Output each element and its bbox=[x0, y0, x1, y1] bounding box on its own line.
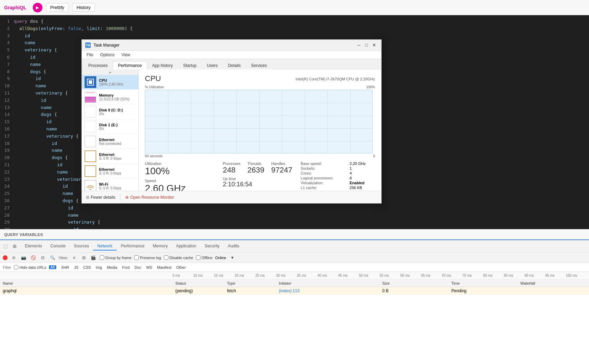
line-number: 14 bbox=[4, 111, 10, 118]
graph-grid-v bbox=[305, 90, 305, 153]
eth1-sidebar-icon bbox=[85, 150, 96, 162]
graph-grid-h bbox=[145, 141, 372, 141]
record-button[interactable] bbox=[3, 255, 8, 260]
sidebar-item-eth1[interactable]: Ethernet S: 0 R: 0 Kbps bbox=[82, 149, 138, 164]
group-by-frame-checkbox[interactable] bbox=[100, 255, 104, 260]
sidebar-scroll-up[interactable]: ▲ bbox=[82, 69, 138, 75]
tm-tab-users[interactable]: Users bbox=[202, 61, 223, 69]
filter-tag-doc[interactable]: Doc bbox=[132, 265, 144, 269]
camera-icon[interactable]: 📷 bbox=[20, 254, 27, 261]
filter-icon[interactable]: ⊟ bbox=[39, 254, 46, 261]
devtools-panel: ⬚ ⊞ ElementsConsoleSourcesNetworkPerform… bbox=[0, 239, 589, 364]
all-filter-badge[interactable]: All bbox=[49, 265, 56, 269]
tm-tab-startup[interactable]: Startup bbox=[178, 61, 202, 69]
maximize-button[interactable]: □ bbox=[363, 41, 370, 49]
view-grid-icon[interactable]: ⊞ bbox=[80, 254, 87, 261]
cpu-title: CPU bbox=[145, 74, 161, 83]
cell-initiator: (index):113 bbox=[276, 288, 380, 293]
col-header-initiator: Initiator bbox=[276, 281, 380, 285]
devtools-tab-application[interactable]: Application bbox=[172, 242, 200, 250]
run-button[interactable]: ▶ bbox=[33, 3, 42, 12]
ruler-tick: 55 ms bbox=[380, 274, 400, 277]
ruler-tick: 5 ms bbox=[173, 274, 193, 277]
line-number: 10 bbox=[4, 82, 10, 90]
filter-tag-js[interactable]: JS bbox=[72, 265, 80, 269]
open-resource-monitor-button[interactable]: ⊕ Open Resource Monitor bbox=[125, 195, 174, 200]
svg-point-0 bbox=[90, 189, 91, 190]
preserve-log-label[interactable]: Preserve log bbox=[134, 255, 161, 260]
devtools-tab-audits[interactable]: Audits bbox=[224, 242, 243, 250]
search-icon[interactable]: 🔍 bbox=[49, 254, 56, 261]
menu-file[interactable]: File bbox=[83, 52, 97, 58]
devtools-tab-security[interactable]: Security bbox=[200, 242, 224, 250]
sidebar-item-eth2[interactable]: Ethernet S: 0 R: 0 Kbps bbox=[82, 164, 138, 179]
disable-cache-checkbox[interactable] bbox=[164, 255, 168, 260]
tm-body: ▲ CPU 100% 2,60 GHz Memory 12,5/23,9 GB … bbox=[82, 69, 381, 191]
view-list-icon[interactable]: ≡ bbox=[71, 254, 78, 261]
devtools-tab-performance[interactable]: Performance bbox=[117, 242, 149, 250]
speed-stat: Speed 2,60 GHz bbox=[145, 179, 219, 191]
stop-recording-icon[interactable]: ⊘ bbox=[10, 254, 17, 261]
fewer-details-button[interactable]: ⊙ Fewer details bbox=[86, 195, 115, 200]
devtools-tab-elements[interactable]: Elements bbox=[21, 242, 46, 250]
prettify-button[interactable]: Prettify bbox=[46, 3, 69, 12]
devtools-responsive-icon[interactable]: ⊞ bbox=[10, 242, 19, 250]
sidebar-item-sublabel: Not connected bbox=[99, 142, 121, 146]
devtools-inspect-icon[interactable]: ⬚ bbox=[1, 242, 10, 250]
close-button[interactable]: ✕ bbox=[370, 41, 378, 49]
clear-icon[interactable]: 🚫 bbox=[30, 254, 37, 261]
filter-tag-manifest[interactable]: Manifest bbox=[155, 265, 174, 269]
graph-grid-v bbox=[327, 90, 328, 153]
offline-checkbox[interactable] bbox=[196, 255, 200, 260]
sidebar-item-disk1[interactable]: Disk 1 (E:) 0% bbox=[82, 119, 138, 134]
tm-titlebar: TM Task Manager ─ □ ✕ bbox=[82, 40, 381, 51]
sidebar-item-wifi[interactable]: Wi-Fi S: 0 R: 0 Kbps bbox=[82, 179, 138, 191]
ruler-tick: 20 ms bbox=[235, 274, 255, 277]
filter-tag-media[interactable]: Media bbox=[105, 265, 119, 269]
menu-options[interactable]: Options bbox=[97, 52, 118, 58]
stat-group-3: Base speed: 2,20 GHz Sockets: 1 Cores: 4… bbox=[301, 161, 375, 191]
col-header-status: Status bbox=[173, 281, 224, 285]
tm-tab-details[interactable]: Details bbox=[223, 61, 246, 69]
hide-data-urls-checkbox[interactable] bbox=[14, 265, 18, 269]
offline-label[interactable]: Offline bbox=[196, 255, 213, 260]
tm-tab-services[interactable]: Services bbox=[246, 61, 272, 69]
sidebar-item-disk0[interactable]: Disk 0 (C: D:) 0% bbox=[82, 105, 138, 119]
sidebar-item-labels: Ethernet Not connected bbox=[99, 138, 121, 146]
devtools-tab-network[interactable]: Network bbox=[93, 242, 117, 250]
table-row[interactable]: graphql (pending) fetch (index):113 0 B … bbox=[0, 287, 589, 295]
sidebar-item-label: Ethernet bbox=[99, 167, 121, 171]
disable-cache-label[interactable]: Disable cache bbox=[164, 255, 193, 260]
filter-tag-other[interactable]: Other bbox=[174, 265, 188, 269]
tm-tab-performance[interactable]: Performance bbox=[113, 61, 147, 69]
filter-tag-font[interactable]: Font bbox=[120, 265, 132, 269]
group-by-frame-label[interactable]: Group by frame bbox=[100, 255, 131, 260]
hide-data-urls-label[interactable]: Hide data URLs bbox=[14, 265, 46, 269]
online-dropdown-icon[interactable]: ▼ bbox=[229, 254, 236, 261]
footer-separator bbox=[120, 194, 120, 201]
filter-tag-img[interactable]: Img bbox=[94, 265, 104, 269]
sidebar-item-eth0[interactable]: Ethernet Not connected bbox=[82, 134, 138, 149]
filter-tag-xhr[interactable]: XHR bbox=[59, 265, 71, 269]
minimize-button[interactable]: ─ bbox=[355, 41, 363, 49]
view-screenshots-icon[interactable]: 🎬 bbox=[90, 254, 97, 261]
history-button[interactable]: History bbox=[72, 3, 95, 12]
graph-grid-v bbox=[214, 90, 214, 153]
filter-tag-ws[interactable]: WS bbox=[144, 265, 154, 269]
tm-tab-processes[interactable]: Processes bbox=[83, 61, 113, 69]
code-line: query dos { bbox=[14, 18, 586, 25]
timeline-ruler: 5 ms10 ms15 ms20 ms25 ms30 ms35 ms40 ms4… bbox=[0, 272, 589, 279]
sidebar-item-memory[interactable]: Memory 12,5/23,9 GB (52%) bbox=[82, 90, 138, 105]
preserve-log-checkbox[interactable] bbox=[134, 255, 139, 260]
devtools-tab-memory[interactable]: Memory bbox=[149, 242, 172, 250]
sidebar-item-cpu[interactable]: CPU 100% 2,60 GHz bbox=[82, 75, 138, 90]
tm-title-icon: TM bbox=[85, 42, 91, 48]
filter-tag-css[interactable]: CSS bbox=[81, 265, 93, 269]
menu-view[interactable]: View bbox=[118, 52, 134, 58]
eth2-sidebar-icon bbox=[85, 165, 96, 177]
ruler-tick: 70 ms bbox=[442, 274, 462, 277]
devtools-tab-console[interactable]: Console bbox=[46, 242, 70, 250]
devtools-tab-sources[interactable]: Sources bbox=[70, 242, 93, 250]
tm-tab-app-history[interactable]: App history bbox=[147, 61, 178, 69]
tm-sidebar-items: CPU 100% 2,60 GHz Memory 12,5/23,9 GB (5… bbox=[82, 75, 138, 191]
